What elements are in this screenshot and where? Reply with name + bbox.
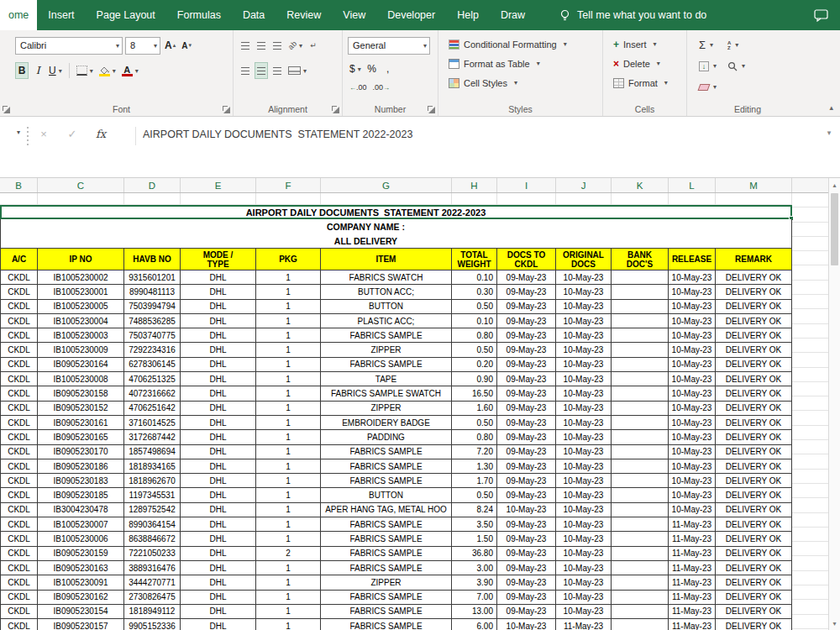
cell[interactable]: 11-May-23: [669, 547, 716, 561]
cell[interactable]: DELIVERY OK: [716, 358, 792, 372]
cell[interactable]: CKDL: [0, 474, 38, 488]
cell[interactable]: IB0905230186: [38, 459, 124, 474]
cell[interactable]: DELIVERY OK: [716, 503, 792, 517]
cell[interactable]: FABRICS SAMPLE: [321, 561, 452, 575]
cell[interactable]: FABRICS SAMPLE: [321, 619, 452, 630]
orientation-button[interactable]: ab▾: [286, 37, 304, 54]
cell[interactable]: 1: [256, 591, 321, 605]
empty-cell[interactable]: [321, 193, 452, 205]
cell[interactable]: 09-May-23: [497, 328, 556, 343]
cell[interactable]: 10-May-23: [556, 372, 612, 386]
cell[interactable]: FABRICS SAMPLE: [321, 328, 452, 343]
cell[interactable]: 10-May-23: [556, 547, 612, 561]
cell[interactable]: IB0905230185: [38, 488, 124, 502]
cell[interactable]: CKDL: [0, 547, 38, 561]
cell[interactable]: DHL: [181, 372, 256, 386]
cell[interactable]: DHL: [181, 517, 256, 532]
cell[interactable]: IB1005230001: [38, 285, 124, 299]
cell[interactable]: 1: [256, 561, 321, 575]
cell[interactable]: IB0905230165: [38, 430, 124, 444]
cell[interactable]: 11-May-23: [669, 575, 716, 590]
comma-button[interactable]: ,: [381, 60, 395, 77]
cell[interactable]: FABRICS SAMPLE: [321, 517, 452, 532]
cell[interactable]: FABRICS SAMPLE: [321, 605, 452, 619]
cell[interactable]: IB0905230157: [38, 619, 124, 630]
cell[interactable]: 10-May-23: [669, 459, 716, 474]
cell[interactable]: 7503740775: [124, 328, 181, 343]
cell[interactable]: DELIVERY OK: [716, 372, 792, 386]
cell[interactable]: 11-May-23: [669, 605, 716, 619]
cell[interactable]: [612, 358, 669, 372]
cell[interactable]: 1: [256, 430, 321, 444]
cell[interactable]: DHL: [181, 328, 256, 343]
cell[interactable]: 10-May-23: [556, 532, 612, 546]
cell[interactable]: 09-May-23: [497, 575, 556, 590]
cell[interactable]: DHL: [181, 343, 256, 357]
cell[interactable]: 1: [256, 358, 321, 372]
cell[interactable]: DELIVERY OK: [716, 285, 792, 299]
cell[interactable]: [612, 619, 669, 630]
cell[interactable]: [612, 285, 669, 299]
cell[interactable]: 10-May-23: [556, 270, 612, 285]
cell[interactable]: CKDL: [0, 605, 38, 619]
cell[interactable]: 1: [256, 314, 321, 328]
align-left-button[interactable]: [239, 62, 252, 79]
cell[interactable]: [612, 402, 669, 416]
cell[interactable]: ZIPPER: [321, 343, 452, 357]
cell-styles-button[interactable]: Cell Styles ▾: [449, 73, 597, 92]
cell[interactable]: 1.70: [452, 474, 497, 488]
cell[interactable]: 1857498694: [124, 445, 181, 459]
empty-cell[interactable]: [256, 193, 321, 205]
cell[interactable]: CKDL: [0, 270, 38, 285]
cell[interactable]: CKDL: [0, 561, 38, 575]
insert-function-button[interactable]: fx: [87, 128, 115, 140]
empty-cell[interactable]: [556, 193, 612, 205]
cell[interactable]: [612, 575, 669, 590]
cell[interactable]: 1818934165: [124, 459, 181, 474]
cell[interactable]: DHL: [181, 285, 256, 299]
cell[interactable]: CKDL: [0, 358, 38, 372]
table-header-cell[interactable]: TOTAL WEIGHT: [452, 248, 497, 270]
cell[interactable]: IB0905230163: [38, 561, 124, 575]
cell[interactable]: DHL: [181, 386, 256, 401]
cell[interactable]: 1: [256, 402, 321, 416]
cell[interactable]: DHL: [181, 300, 256, 314]
tab-developer[interactable]: Developer: [376, 0, 446, 30]
delete-button[interactable]: × Delete ▾: [613, 54, 681, 73]
cell[interactable]: DELIVERY OK: [716, 561, 792, 575]
cell[interactable]: 10-May-23: [669, 445, 716, 459]
cell[interactable]: CKDL: [0, 459, 38, 474]
column-header-c[interactable]: C: [38, 178, 124, 192]
cell[interactable]: APER HANG TAG, METAL HOO: [321, 503, 452, 517]
tab-ome[interactable]: ome: [0, 0, 37, 30]
cell[interactable]: 3716014525: [124, 416, 181, 430]
cell[interactable]: 1: [256, 532, 321, 546]
cell[interactable]: 10-May-23: [556, 430, 612, 444]
cell[interactable]: 0.50: [452, 300, 497, 314]
company-row[interactable]: COMPANY NAME :: [0, 219, 792, 234]
cell[interactable]: 09-May-23: [497, 517, 556, 532]
cell[interactable]: 6278306145: [124, 358, 181, 372]
cell[interactable]: 10-May-23: [669, 430, 716, 444]
cell[interactable]: IB3004230478: [38, 503, 124, 517]
cell[interactable]: CKDL: [0, 619, 38, 630]
cell[interactable]: DELIVERY OK: [716, 328, 792, 343]
formula-bar-expand-button[interactable]: ▾: [818, 129, 840, 137]
cell[interactable]: DHL: [181, 445, 256, 459]
table-header-cell[interactable]: REMARK: [716, 248, 792, 270]
cell[interactable]: CKDL: [0, 575, 38, 590]
cell[interactable]: 1.60: [452, 402, 497, 416]
cell[interactable]: DELIVERY OK: [716, 591, 792, 605]
cell[interactable]: DELIVERY OK: [716, 605, 792, 619]
borders-button[interactable]: ▾: [75, 62, 95, 79]
cell[interactable]: 0.10: [452, 270, 497, 285]
cell[interactable]: 09-May-23: [497, 386, 556, 401]
column-header-e[interactable]: E: [181, 178, 256, 192]
cell[interactable]: 09-May-23: [497, 445, 556, 459]
cell[interactable]: 7.00: [452, 591, 497, 605]
decrease-font-button[interactable]: A▾: [180, 37, 193, 54]
cell[interactable]: 10-May-23: [669, 372, 716, 386]
cell[interactable]: 2730826475: [124, 591, 181, 605]
cell[interactable]: 1: [256, 474, 321, 488]
column-header-j[interactable]: J: [556, 178, 612, 192]
